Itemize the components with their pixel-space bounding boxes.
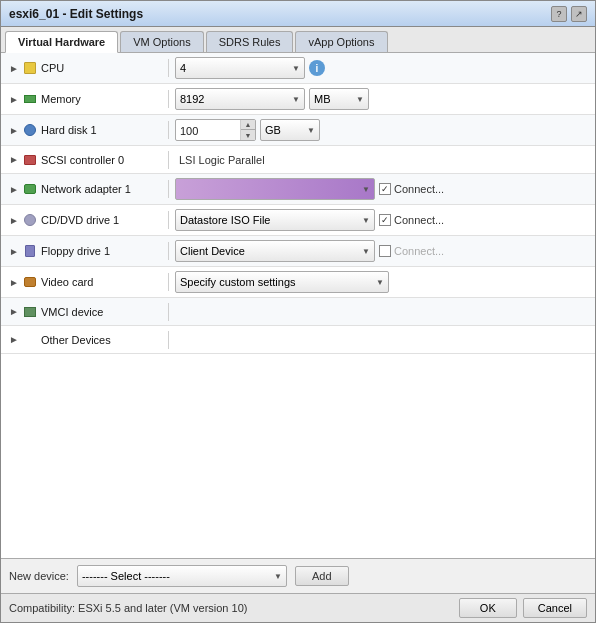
expand-scsi[interactable]: ►: [9, 154, 19, 165]
memory-value: 8192: [180, 93, 204, 105]
device-left-harddisk: ► Hard disk 1: [1, 121, 169, 139]
expand-vmci[interactable]: ►: [9, 306, 19, 317]
device-left-videocard: ► Video card: [1, 273, 169, 291]
network-value-select[interactable]: ▼: [175, 178, 375, 200]
vmci-label: VMCI device: [41, 306, 164, 318]
harddisk-size-input[interactable]: 100 ▲ ▼: [175, 119, 256, 141]
table-row: ► CD/DVD drive 1 Datastore ISO File ▼ Co…: [1, 205, 595, 236]
network-label: Network adapter 1: [41, 183, 164, 195]
floppy-connect-area: Connect...: [379, 245, 444, 257]
add-device-button[interactable]: Add: [295, 566, 349, 586]
expand-floppy[interactable]: ►: [9, 246, 19, 257]
floppy-icon: [23, 244, 37, 258]
expand-memory[interactable]: ►: [9, 94, 19, 105]
harddisk-unit: GB: [265, 124, 281, 136]
cddvd-connect-checkbox[interactable]: [379, 214, 391, 226]
device-right-harddisk: 100 ▲ ▼ GB ▼: [169, 117, 595, 143]
table-row: ► Memory 8192 ▼ MB ▼: [1, 84, 595, 115]
ok-button[interactable]: OK: [459, 598, 517, 618]
memory-unit: MB: [314, 93, 331, 105]
device-right-scsi: LSI Logic Parallel: [169, 150, 595, 170]
table-row: ► Video card Specify custom settings ▼: [1, 267, 595, 298]
other-icon: [23, 333, 37, 347]
table-row: ► Network adapter 1 ▼ Connect...: [1, 174, 595, 205]
videocard-value-select[interactable]: Specify custom settings ▼: [175, 271, 389, 293]
expand-network[interactable]: ►: [9, 184, 19, 195]
tab-sdrs-rules[interactable]: SDRS Rules: [206, 31, 294, 52]
floppy-connect-label: Connect...: [394, 245, 444, 257]
cddvd-connect-area: Connect...: [379, 214, 444, 226]
tab-virtual-hardware[interactable]: Virtual Hardware: [5, 31, 118, 53]
floppy-connect-checkbox[interactable]: [379, 245, 391, 257]
cancel-button[interactable]: Cancel: [523, 598, 587, 618]
device-left-other: ► Other Devices: [1, 331, 169, 349]
title-bar-right: ? ↗: [551, 6, 587, 22]
network-connect-checkbox[interactable]: [379, 183, 391, 195]
expand-videocard[interactable]: ►: [9, 277, 19, 288]
floppy-value: Client Device: [180, 245, 245, 257]
cpu-value-select[interactable]: 4 ▼: [175, 57, 305, 79]
device-left-cpu: ► CPU: [1, 59, 169, 77]
videocard-value: Specify custom settings: [180, 276, 296, 288]
scsi-label: SCSI controller 0: [41, 154, 164, 166]
window-title: esxi6_01 - Edit Settings: [9, 7, 143, 21]
harddisk-spin-up[interactable]: ▲: [241, 120, 255, 130]
videocard-icon: [23, 275, 37, 289]
scsi-value: LSI Logic Parallel: [175, 152, 269, 168]
harddisk-spin-down[interactable]: ▼: [241, 130, 255, 140]
memory-unit-arrow: ▼: [356, 95, 364, 104]
cpu-select-arrow: ▼: [292, 64, 300, 73]
expand-other[interactable]: ►: [9, 334, 19, 345]
cpu-icon: [23, 61, 37, 75]
expand-cpu[interactable]: ►: [9, 63, 19, 74]
expand-cddvd[interactable]: ►: [9, 215, 19, 226]
new-device-bar: New device: ------- Select ------- ▼ Add: [1, 558, 595, 593]
device-right-floppy: Client Device ▼ Connect...: [169, 238, 595, 264]
device-right-cddvd: Datastore ISO File ▼ Connect...: [169, 207, 595, 233]
title-bar: esxi6_01 - Edit Settings ? ↗: [1, 1, 595, 27]
tabs-bar: Virtual Hardware VM Options SDRS Rules v…: [1, 27, 595, 53]
memory-unit-select[interactable]: MB ▼: [309, 88, 369, 110]
device-left-vmci: ► VMCI device: [1, 303, 169, 321]
new-device-select[interactable]: ------- Select ------- ▼: [77, 565, 287, 587]
cddvd-connect-label: Connect...: [394, 214, 444, 226]
tab-vapp-options[interactable]: vApp Options: [295, 31, 387, 52]
other-label: Other Devices: [41, 334, 164, 346]
table-row: ► CPU 4 ▼ i: [1, 53, 595, 84]
table-row: ► SCSI controller 0 LSI Logic Parallel: [1, 146, 595, 174]
tab-vm-options[interactable]: VM Options: [120, 31, 203, 52]
network-connect-label: Connect...: [394, 183, 444, 195]
cddvd-value: Datastore ISO File: [180, 214, 270, 226]
harddisk-unit-select[interactable]: GB ▼: [260, 119, 320, 141]
device-left-memory: ► Memory: [1, 90, 169, 108]
memory-icon: [23, 92, 37, 106]
memory-label: Memory: [41, 93, 164, 105]
harddisk-icon: [23, 123, 37, 137]
device-right-network: ▼ Connect...: [169, 176, 595, 202]
ok-cancel-area: OK Cancel: [459, 598, 587, 618]
device-right-cpu: 4 ▼ i: [169, 55, 595, 81]
new-device-select-value: ------- Select -------: [82, 570, 170, 582]
harddisk-label: Hard disk 1: [41, 124, 164, 136]
memory-select-arrow: ▼: [292, 95, 300, 104]
cddvd-select-arrow: ▼: [362, 216, 370, 225]
cpu-label: CPU: [41, 62, 164, 74]
cddvd-value-select[interactable]: Datastore ISO File ▼: [175, 209, 375, 231]
table-row: ► Other Devices: [1, 326, 595, 354]
edit-settings-window: esxi6_01 - Edit Settings ? ↗ Virtual Har…: [0, 0, 596, 623]
help-button[interactable]: ?: [551, 6, 567, 22]
table-row: ► Hard disk 1 100 ▲ ▼ GB ▼: [1, 115, 595, 146]
status-bar: Compatibility: ESXi 5.5 and later (VM ve…: [1, 593, 595, 622]
memory-value-select[interactable]: 8192 ▼: [175, 88, 305, 110]
scsi-icon: [23, 153, 37, 167]
device-left-floppy: ► Floppy drive 1: [1, 242, 169, 260]
cpu-info-icon[interactable]: i: [309, 60, 325, 76]
floppy-value-select[interactable]: Client Device ▼: [175, 240, 375, 262]
harddisk-spin[interactable]: ▲ ▼: [240, 120, 255, 140]
device-left-cddvd: ► CD/DVD drive 1: [1, 211, 169, 229]
maximize-button[interactable]: ↗: [571, 6, 587, 22]
expand-harddisk[interactable]: ►: [9, 125, 19, 136]
table-row: ► Floppy drive 1 Client Device ▼ Connect…: [1, 236, 595, 267]
network-icon: [23, 182, 37, 196]
cpu-value: 4: [180, 62, 186, 74]
